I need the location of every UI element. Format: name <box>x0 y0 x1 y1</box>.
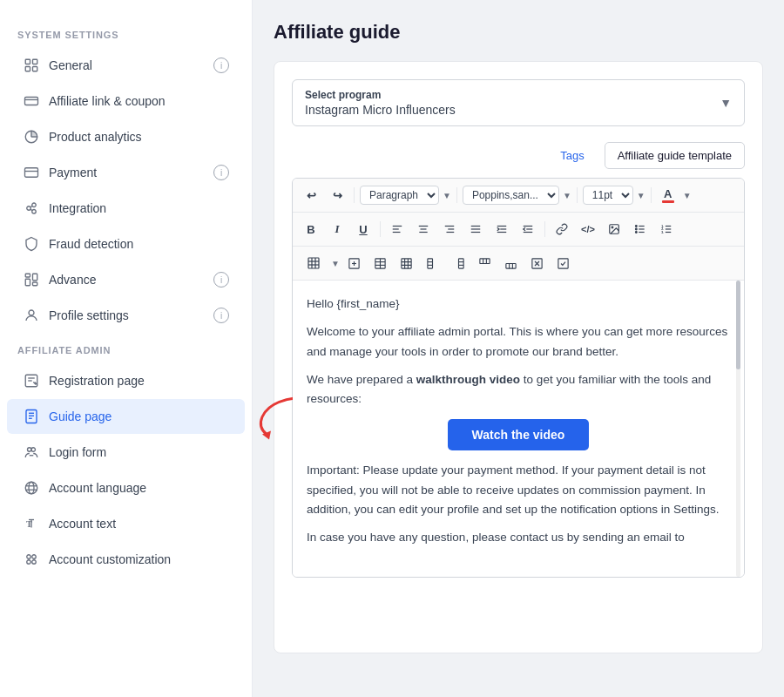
chevron-down-icon: ▼ <box>720 96 732 110</box>
table-action-9[interactable] <box>552 252 575 274</box>
align-left-button[interactable] <box>386 218 409 240</box>
sidebar-item-label: Product analytics <box>49 130 142 144</box>
table-action-6[interactable] <box>474 252 497 274</box>
sidebar-item-affiliate-link[interactable]: Affiliate link & coupon <box>7 84 245 118</box>
sidebar-item-registration[interactable]: Registration page <box>7 363 245 398</box>
sidebar-item-guide[interactable]: Guide page <box>7 399 245 434</box>
svg-rect-16 <box>25 274 30 277</box>
link-button[interactable] <box>551 218 573 240</box>
editor-body[interactable]: Hello {first_name} Welcome to your affil… <box>293 281 744 577</box>
toolbar-divider-6 <box>544 221 545 237</box>
svg-point-66 <box>635 226 637 227</box>
toolbar-divider-1 <box>354 187 355 203</box>
svg-rect-75 <box>308 258 319 268</box>
sidebar-item-label: Registration page <box>49 374 145 388</box>
svg-point-40 <box>32 555 37 559</box>
tabs-row: Tags Affiliate guide template <box>292 142 745 169</box>
italic-button[interactable]: I <box>326 218 348 240</box>
sidebar-item-payment[interactable]: Payment i <box>7 155 245 190</box>
svg-rect-19 <box>33 282 37 286</box>
sidebar-item-label: Advance <box>49 273 96 287</box>
svg-rect-2 <box>25 67 30 71</box>
font-color-button[interactable]: A <box>657 184 679 206</box>
app-container: SYSTEM SETTINGS General i Affiliate link… <box>0 0 784 697</box>
guide-icon <box>23 408 40 425</box>
table-action-1[interactable] <box>343 252 366 274</box>
undo-button[interactable]: ↩ <box>300 184 322 206</box>
select-program-dropdown[interactable]: Select program Instagram Micro Influence… <box>292 79 745 126</box>
editor-para4: In case you have any question, please co… <box>307 528 730 547</box>
svg-point-33 <box>29 482 34 494</box>
svg-point-32 <box>25 482 37 494</box>
code-button[interactable]: </> <box>577 218 599 240</box>
toolbar-divider-2 <box>456 187 457 203</box>
svg-point-20 <box>29 310 34 315</box>
svg-rect-1 <box>33 59 37 64</box>
badge-profile: i <box>213 308 229 323</box>
table-action-5[interactable] <box>448 252 470 274</box>
tab-tags[interactable]: Tags <box>547 142 597 169</box>
editor-scrollbar[interactable] <box>736 281 740 577</box>
svg-point-30 <box>31 448 36 452</box>
paragraph-select[interactable]: Paragraph <box>360 186 439 205</box>
justify-button[interactable] <box>464 218 487 240</box>
underline-button[interactable]: U <box>352 218 375 240</box>
table-button[interactable] <box>300 252 328 274</box>
bullet-list-button[interactable] <box>629 218 652 240</box>
sidebar-item-product-analytics[interactable]: Product analytics <box>7 119 245 154</box>
svg-rect-17 <box>25 279 30 286</box>
general-icon <box>23 57 40 74</box>
indent-less-button[interactable] <box>490 218 513 240</box>
table-action-8[interactable] <box>526 252 549 274</box>
svg-rect-97 <box>506 263 516 268</box>
table-action-2[interactable] <box>369 252 392 274</box>
editor-toolbar-row1: ↩ ↪ Paragraph ▼ Poppins,san... ▼ 11pt <box>293 179 744 213</box>
editor-para3: Important: Please update your payment me… <box>307 461 730 519</box>
sidebar-item-label: Account customization <box>49 552 171 566</box>
bold-button[interactable]: B <box>300 218 322 240</box>
image-button[interactable] <box>603 218 625 240</box>
table-action-3[interactable] <box>395 252 418 274</box>
align-center-button[interactable] <box>412 218 435 240</box>
indent-more-button[interactable] <box>517 218 539 240</box>
svg-point-62 <box>612 227 613 228</box>
svg-rect-87 <box>402 258 411 267</box>
language-icon <box>23 479 40 497</box>
main-content: Affiliate guide Select program Instagram… <box>253 0 784 697</box>
badge-payment: i <box>213 165 229 180</box>
sidebar-item-customize[interactable]: Account customization <box>7 542 245 577</box>
toolbar-divider-3 <box>577 187 578 203</box>
sidebar: SYSTEM SETTINGS General i Affiliate link… <box>0 0 253 697</box>
table-action-4[interactable] <box>422 252 444 274</box>
font-select[interactable]: Poppins,san... <box>463 186 559 205</box>
align-right-button[interactable] <box>438 218 461 240</box>
sidebar-item-integration[interactable]: Integration <box>7 191 245 226</box>
payment-icon <box>23 164 40 181</box>
sidebar-item-profile[interactable]: Profile settings i <box>7 298 245 333</box>
sidebar-item-general[interactable]: General i <box>7 48 245 83</box>
sidebar-item-login[interactable]: Login form <box>7 435 245 470</box>
editor-para1: Welcome to your affiliate admin portal. … <box>307 322 730 362</box>
table-action-7[interactable] <box>500 252 523 274</box>
content-card: Select program Instagram Micro Influence… <box>274 61 763 653</box>
color-chevron: ▼ <box>683 191 692 200</box>
section-title-system: SYSTEM SETTINGS <box>0 30 252 47</box>
paragraph-chevron: ▼ <box>443 191 451 200</box>
size-select[interactable]: 11pt <box>583 186 633 205</box>
sidebar-item-advance[interactable]: Advance i <box>7 262 245 297</box>
badge-advance: i <box>213 272 229 288</box>
sidebar-item-fraud[interactable]: Fraud detection <box>7 227 245 261</box>
sidebar-item-language[interactable]: Account language <box>7 470 245 505</box>
numbered-list-button[interactable]: 1.2.3. <box>655 218 678 240</box>
sidebar-item-label: Account language <box>49 481 146 495</box>
sidebar-item-label: Guide page <box>49 409 112 423</box>
tab-affiliate-guide-template[interactable]: Affiliate guide template <box>605 142 745 169</box>
sidebar-item-label: General <box>49 58 92 72</box>
svg-text:3.: 3. <box>661 231 664 234</box>
sidebar-item-account-text[interactable]: T Account text <box>7 506 245 541</box>
redo-button[interactable]: ↪ <box>326 184 348 206</box>
size-chevron: ▼ <box>637 191 645 200</box>
svg-rect-94 <box>480 258 490 263</box>
svg-rect-4 <box>25 98 38 105</box>
watch-video-button[interactable]: Watch the video <box>448 419 590 450</box>
